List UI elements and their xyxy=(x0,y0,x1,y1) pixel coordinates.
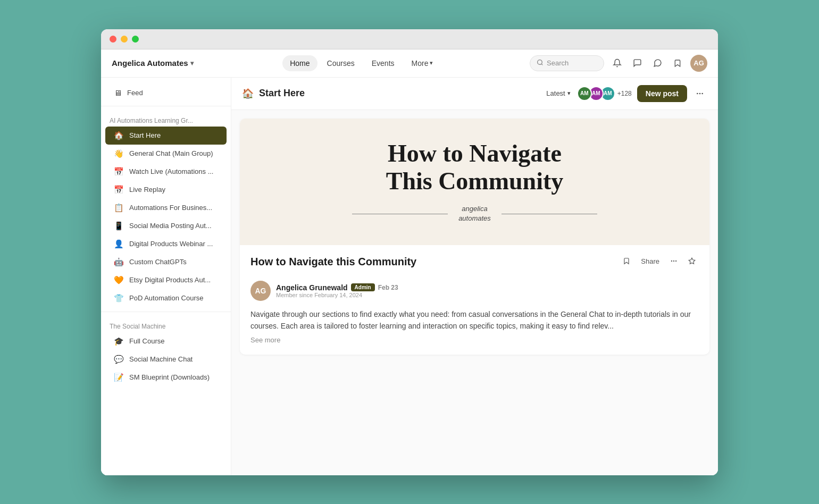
message-icon[interactable] xyxy=(650,56,665,71)
star-button[interactable] xyxy=(685,256,699,266)
etsy-icon: 🧡 xyxy=(114,275,124,285)
sidebar-item-sm-blueprint[interactable]: 📝 SM Blueprint (Downloads) xyxy=(105,368,227,387)
sidebar-section-2-label: The Social Machine xyxy=(101,316,231,332)
hero-line-right xyxy=(502,214,597,214)
brand-name: Angelica Automates xyxy=(112,58,188,68)
brand-dropdown-arrow: ▾ xyxy=(190,60,194,67)
sidebar-item-live-replay[interactable]: 📅 Live Replay xyxy=(105,181,227,199)
brand[interactable]: Angelica Automates ▾ xyxy=(112,58,194,68)
member-since: Member since February 14, 2024 xyxy=(276,292,699,298)
new-post-button[interactable]: New post xyxy=(637,85,687,102)
dot-red[interactable] xyxy=(110,36,116,43)
post-meta: AG Angelica Grunewald Admin Feb 23 Membe… xyxy=(250,281,699,301)
start-here-label: Start Here xyxy=(129,131,161,139)
content-area: 🏠 Start Here Latest ▾ AM xyxy=(231,78,718,475)
post-card: How to Navigate This Community angelica … xyxy=(240,119,709,355)
browser-body: Angelica Automates ▾ Home Courses Events… xyxy=(101,49,718,475)
sidebar-item-watch-live[interactable]: 📅 Watch Live (Automations ... xyxy=(105,163,227,181)
nav-events[interactable]: Events xyxy=(364,55,402,71)
social-machine-chat-label: Social Machine Chat xyxy=(129,355,193,363)
sidebar-section-1-label: AI Automations Learning Gr... xyxy=(101,111,231,127)
section-icon: 🏠 xyxy=(242,88,254,99)
sidebar-item-general-chat[interactable]: 👋 General Chat (Main Group) xyxy=(105,145,227,163)
nav-more[interactable]: More ▾ xyxy=(404,55,441,71)
more-options-button[interactable] xyxy=(692,86,707,101)
digital-products-icon: 👤 xyxy=(114,239,124,249)
post-body: Navigate through our sections to find ex… xyxy=(250,308,699,332)
sidebar-divider-1 xyxy=(101,106,231,106)
svg-point-4 xyxy=(701,93,703,94)
custom-chatgpts-label: Custom ChatGPTs xyxy=(129,258,187,266)
sidebar-item-digital-products[interactable]: 👤 Digital Products Webinar ... xyxy=(105,235,227,253)
sidebar-item-etsy[interactable]: 🧡 Etsy Digital Products Aut... xyxy=(105,271,227,289)
svg-point-2 xyxy=(697,93,698,94)
content-header-right: Latest ▾ AM AM AM xyxy=(542,85,707,102)
bookmark-post-button[interactable] xyxy=(620,256,633,266)
sidebar-item-social-machine-chat[interactable]: 💬 Social Machine Chat xyxy=(105,350,227,368)
sidebar-feed[interactable]: 🖥 Feed xyxy=(105,84,227,102)
author-name-row: Angelica Grunewald Admin Feb 23 xyxy=(276,283,699,292)
share-button[interactable]: Share xyxy=(638,256,663,267)
nav-courses[interactable]: Courses xyxy=(320,55,362,71)
sort-dropdown[interactable]: Latest ▾ xyxy=(542,87,574,99)
svg-line-1 xyxy=(541,64,542,65)
automations-business-icon: 📋 xyxy=(114,203,124,213)
hero-brand: angelica automates xyxy=(458,204,491,223)
browser-titlebar xyxy=(101,29,718,49)
dot-yellow[interactable] xyxy=(121,36,128,43)
chat-bubble-icon[interactable] xyxy=(630,56,645,71)
content-header: 🏠 Start Here Latest ▾ AM xyxy=(231,78,718,110)
post-actions: Share xyxy=(620,256,699,267)
sidebar-item-custom-chatgpts[interactable]: 🤖 Custom ChatGPTs xyxy=(105,253,227,271)
live-replay-icon: 📅 xyxy=(114,185,124,195)
feed-icon: 🖥 xyxy=(114,88,122,97)
author-avatar: AG xyxy=(250,281,271,301)
sidebar-item-social-media[interactable]: 📱 Social Media Posting Aut... xyxy=(105,217,227,235)
hero-line-left xyxy=(352,214,448,214)
member-count: +128 xyxy=(617,90,632,97)
full-course-icon: 🎓 xyxy=(114,337,124,346)
automations-business-label: Automations For Busines... xyxy=(129,204,212,212)
dot-green[interactable] xyxy=(132,36,139,43)
live-replay-label: Live Replay xyxy=(129,186,165,194)
author-info: Angelica Grunewald Admin Feb 23 Member s… xyxy=(276,283,699,298)
svg-point-0 xyxy=(538,60,542,64)
sidebar-item-pod[interactable]: 👕 PoD Automation Course xyxy=(105,289,227,307)
feed-label: Feed xyxy=(127,89,143,97)
sort-label: Latest xyxy=(546,89,565,97)
content-header-left: 🏠 Start Here xyxy=(242,88,305,99)
search-placeholder: Search xyxy=(547,59,569,67)
admin-badge: Admin xyxy=(351,283,375,291)
bookmark-icon[interactable] xyxy=(670,56,685,71)
custom-chatgpts-icon: 🤖 xyxy=(114,257,124,267)
watch-live-icon: 📅 xyxy=(114,167,124,177)
sidebar-item-full-course[interactable]: 🎓 Full Course xyxy=(105,332,227,350)
social-media-label: Social Media Posting Aut... xyxy=(129,222,212,230)
post-more-button[interactable] xyxy=(667,256,681,266)
svg-point-7 xyxy=(675,261,676,262)
etsy-label: Etsy Digital Products Aut... xyxy=(129,276,211,284)
sidebar-item-start-here[interactable]: 🏠 Start Here xyxy=(105,127,227,145)
watch-live-label: Watch Live (Automations ... xyxy=(129,167,213,175)
post-title: How to Navigate this Community xyxy=(250,256,416,268)
sort-arrow: ▾ xyxy=(567,90,571,97)
see-more-link[interactable]: See more xyxy=(250,336,699,344)
search-box[interactable]: Search xyxy=(530,55,604,71)
nav-home[interactable]: Home xyxy=(282,55,317,71)
member-avatars: AM AM AM +128 xyxy=(580,86,632,101)
sm-blueprint-label: SM Blueprint (Downloads) xyxy=(129,373,210,381)
digital-products-label: Digital Products Webinar ... xyxy=(129,240,213,248)
post-hero: How to Navigate This Community angelica … xyxy=(240,119,709,245)
svg-point-5 xyxy=(671,261,672,262)
bell-icon[interactable] xyxy=(609,56,624,71)
navbar-nav: Home Courses Events More ▾ xyxy=(202,55,521,71)
user-avatar[interactable]: AG xyxy=(690,55,707,72)
author-name: Angelica Grunewald xyxy=(276,283,348,292)
full-course-label: Full Course xyxy=(129,337,164,345)
main-layout: 🖥 Feed AI Automations Learning Gr... 🏠 S… xyxy=(101,78,718,475)
start-here-icon: 🏠 xyxy=(114,131,124,140)
post-date: Feb 23 xyxy=(378,284,398,291)
sidebar-item-automations-business[interactable]: 📋 Automations For Busines... xyxy=(105,199,227,217)
pod-icon: 👕 xyxy=(114,293,124,303)
sidebar-divider-2 xyxy=(101,312,231,312)
